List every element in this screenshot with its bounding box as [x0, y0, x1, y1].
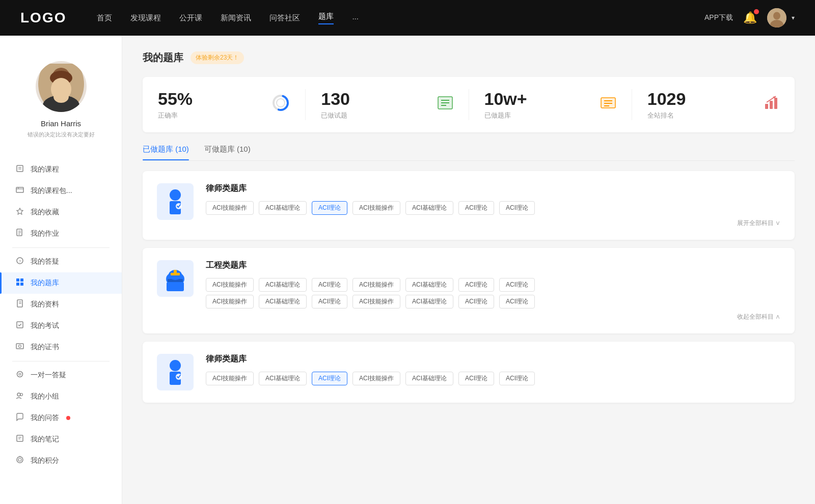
tag-3-5[interactable]: ACI基础理论: [405, 372, 453, 385]
nav-qa[interactable]: 问答社区: [269, 13, 300, 23]
qbank-lawyer-icon-2: [157, 354, 194, 390]
svg-rect-55: [765, 104, 768, 109]
tag-2-6[interactable]: ACI理论: [458, 278, 494, 292]
sidebar-item-notes[interactable]: 我的笔记: [0, 429, 122, 450]
qbank-title-2: 工程类题库: [206, 260, 780, 271]
sidebar-label-qbank: 我的题库: [31, 278, 59, 288]
sidebar: Brian Harris 错误的决定比没有决定要好 我的课程 我的课程包...: [0, 36, 122, 504]
app-download-button[interactable]: APP下载: [704, 13, 733, 22]
navbar: LOGO 首页 发现课程 公开课 新闻资讯 问答社区 题库 ··· APP下载 …: [0, 0, 815, 36]
tag-2-11[interactable]: ACI技能操作: [352, 295, 400, 309]
materials-icon: [15, 299, 24, 310]
tag-3-4[interactable]: ACI技能操作: [352, 372, 400, 385]
stat-ranking-label: 全站排名: [647, 111, 693, 120]
avatar-svg: [767, 8, 786, 27]
nav-qbank[interactable]: 题库: [318, 12, 334, 24]
qbank-title-1: 律师类题库: [206, 183, 780, 194]
sidebar-profile: Brian Harris 错误的决定比没有决定要好: [0, 51, 122, 154]
svg-rect-67: [167, 282, 184, 291]
qbank-body-2: 工程类题库 ACI技能操作 ACI基础理论 ACI理论 ACI技能操作 ACI基…: [206, 260, 780, 321]
sidebar-item-answers[interactable]: ? 我的答疑: [0, 251, 122, 272]
tag-2-9[interactable]: ACI基础理论: [259, 295, 307, 309]
sidebar-item-groups[interactable]: 我的小组: [0, 386, 122, 407]
qbank-card-inner-3: 律师类题库 ACI技能操作 ACI基础理论 ACI理论 ACI技能操作 ACI基…: [157, 354, 780, 390]
nav-news[interactable]: 新闻资讯: [221, 13, 251, 23]
tag-row-1: ACI技能操作 ACI基础理论 ACI理论 ACI技能操作 ACI基础理论 AC…: [206, 201, 780, 215]
notification-bell[interactable]: 🔔: [743, 11, 757, 24]
tag-2-2[interactable]: ACI基础理论: [259, 278, 307, 292]
tag-1-3[interactable]: ACI理论: [312, 201, 347, 215]
tag-1-7[interactable]: ACI理论: [499, 201, 535, 215]
tag-3-7[interactable]: ACI理论: [499, 372, 535, 385]
stat-accuracy-label: 正确率: [158, 111, 200, 120]
qa-notification-dot: [66, 416, 70, 420]
user-avatar-section[interactable]: ▾: [767, 8, 795, 27]
svg-rect-66: [171, 273, 180, 275]
sidebar-item-one-on-one[interactable]: 一对一答疑: [0, 365, 122, 386]
tag-2-13[interactable]: ACI理论: [458, 295, 494, 309]
tag-row-2b: ACI技能操作 ACI基础理论 ACI理论 ACI技能操作 ACI基础理论 AC…: [206, 295, 780, 309]
sidebar-item-favorites[interactable]: 我的收藏: [0, 202, 122, 223]
tag-2-4[interactable]: ACI技能操作: [352, 278, 400, 292]
stat-accuracy-value: 55%: [158, 89, 193, 109]
tag-2-7[interactable]: ACI理论: [499, 278, 535, 292]
qbank-engineer-icon: [157, 260, 194, 297]
banks-icon: [600, 95, 616, 115]
sidebar-divider-2: [12, 361, 110, 361]
qbank-icon: [15, 278, 24, 288]
nav-more[interactable]: ···: [352, 14, 359, 22]
tag-3-2[interactable]: ACI基础理论: [259, 372, 307, 385]
svg-point-32: [17, 372, 23, 377]
svg-text:?: ?: [19, 259, 21, 264]
tag-3-3[interactable]: ACI理论: [312, 372, 347, 385]
tag-2-8[interactable]: ACI技能操作: [206, 295, 254, 309]
svg-rect-30: [16, 344, 23, 349]
nav-home[interactable]: 首页: [97, 13, 112, 23]
tag-1-4[interactable]: ACI技能操作: [352, 201, 400, 215]
sidebar-item-my-courses[interactable]: 我的课程: [0, 159, 122, 180]
stat-banks-content: 10w+ 已做题库: [484, 89, 534, 120]
svg-point-39: [17, 457, 23, 463]
svg-point-1: [773, 12, 780, 20]
tag-3-1[interactable]: ACI技能操作: [206, 372, 254, 385]
tag-2-1[interactable]: ACI技能操作: [206, 278, 254, 292]
nav-open-course[interactable]: 公开课: [179, 13, 202, 23]
tag-2-3[interactable]: ACI理论: [312, 278, 347, 292]
tag-1-6[interactable]: ACI理论: [458, 201, 494, 215]
sidebar-item-points[interactable]: 我的积分: [0, 450, 122, 471]
groups-icon: [15, 391, 24, 402]
tag-3-6[interactable]: ACI理论: [458, 372, 494, 385]
sidebar-label-my-qa: 我的问答: [31, 413, 59, 423]
tag-1-1[interactable]: ACI技能操作: [206, 201, 254, 215]
stat-banks-value: 10w+: [484, 89, 527, 109]
sidebar-item-course-package[interactable]: 我的课程包...: [0, 180, 122, 202]
questions-icon: [437, 95, 453, 115]
sidebar-item-homework[interactable]: 我的作业: [0, 223, 122, 244]
tag-1-2[interactable]: ACI基础理论: [259, 201, 307, 215]
stat-ranking-value: 1029: [647, 89, 686, 109]
svg-rect-36: [17, 435, 23, 441]
expand-link-1[interactable]: 展开全部科目 ∨: [206, 219, 780, 228]
navbar-nav: 首页 发现课程 公开课 新闻资讯 问答社区 题库 ···: [97, 12, 704, 24]
sidebar-item-qbank[interactable]: 我的题库: [0, 272, 122, 294]
sidebar-avatar: [36, 61, 87, 112]
tag-2-12[interactable]: ACI基础理论: [405, 295, 453, 309]
nav-courses[interactable]: 发现课程: [130, 13, 161, 23]
sidebar-item-certificates[interactable]: 我的证书: [0, 337, 122, 358]
courses-icon: [15, 164, 24, 175]
tag-2-14[interactable]: ACI理论: [499, 295, 535, 309]
sidebar-item-materials[interactable]: 我的资料: [0, 294, 122, 315]
collapse-link-2[interactable]: 收起全部科目 ∧: [206, 313, 780, 321]
sidebar-item-my-qa[interactable]: 我的问答: [0, 407, 122, 429]
tab-completed-banks[interactable]: 已做题库 (10): [143, 145, 189, 160]
tag-1-5[interactable]: ACI基础理论: [405, 201, 453, 215]
tag-2-10[interactable]: ACI理论: [312, 295, 347, 309]
sidebar-item-exams[interactable]: 我的考试: [0, 315, 122, 337]
sidebar-divider-1: [12, 247, 110, 248]
tag-2-5[interactable]: ACI基础理论: [405, 278, 453, 292]
stat-accuracy: 55% 正确率: [143, 89, 306, 120]
stats-row: 55% 正确率 130 已做试题: [143, 77, 795, 132]
navbar-logo: LOGO: [20, 10, 66, 26]
tab-available-banks[interactable]: 可做题库 (10): [204, 145, 251, 160]
main-content: 我的题库 体验剩余23天！ 55% 正确率: [122, 36, 815, 504]
